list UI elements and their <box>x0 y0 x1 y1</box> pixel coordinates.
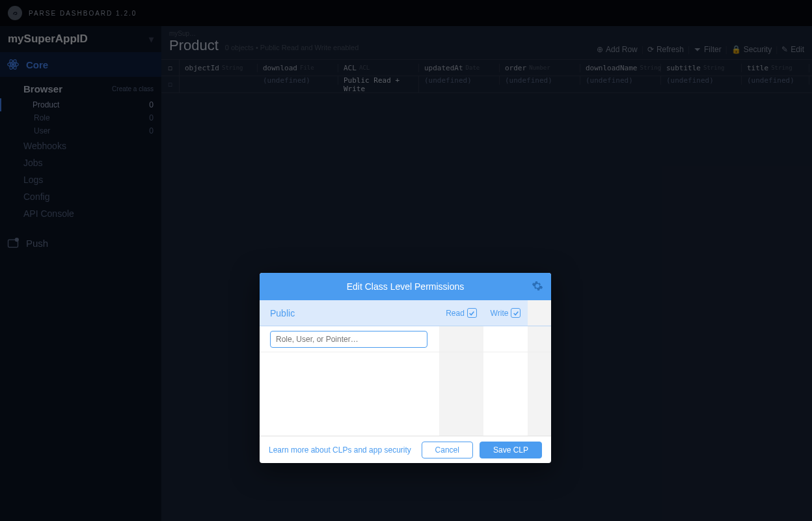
modal-body: Public Read Write <box>260 300 551 436</box>
write-checkbox[interactable] <box>511 308 521 318</box>
add-permission-row <box>260 326 551 352</box>
permission-list-empty <box>260 352 551 436</box>
modal-footer: Learn more about CLPs and app security C… <box>260 436 551 463</box>
role-user-pointer-input[interactable] <box>270 331 427 348</box>
gear-icon[interactable] <box>532 280 543 294</box>
modal-header: Edit Class Level Permissions <box>260 273 551 300</box>
modal-title: Edit Class Level Permissions <box>347 281 465 292</box>
learn-more-link[interactable]: Learn more about CLPs and app security <box>269 445 415 455</box>
save-clp-button[interactable]: Save CLP <box>480 442 542 458</box>
public-permission-row: Public Read Write <box>260 300 551 326</box>
public-label: Public <box>260 308 439 318</box>
write-column-header: Write <box>483 300 528 326</box>
clp-modal: Edit Class Level Permissions Public Read… <box>260 273 551 463</box>
read-column-header: Read <box>439 300 483 326</box>
read-checkbox[interactable] <box>467 308 477 318</box>
cancel-button[interactable]: Cancel <box>422 442 473 458</box>
